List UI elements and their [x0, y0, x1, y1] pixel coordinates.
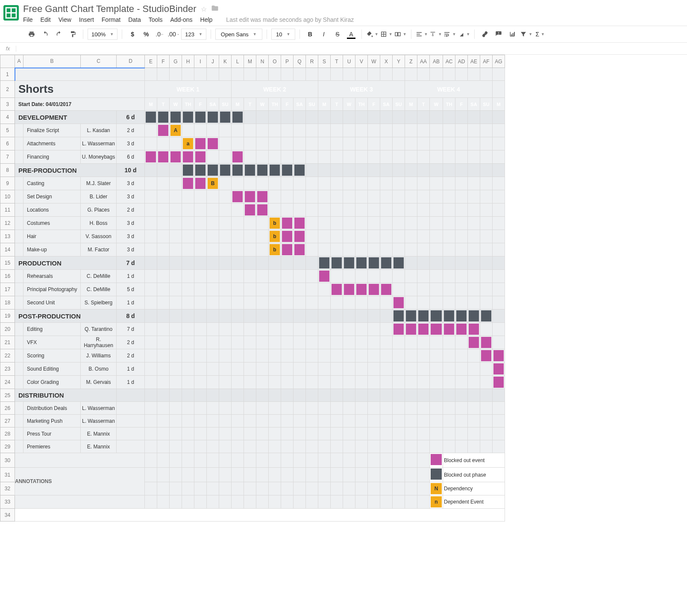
- dow-header[interactable]: M: [318, 98, 331, 111]
- gantt-cell[interactable]: [157, 203, 170, 217]
- gantt-cell[interactable]: [294, 270, 306, 283]
- gantt-cell[interactable]: b: [269, 230, 281, 243]
- gantt-cell[interactable]: [480, 309, 493, 323]
- gantt-cell[interactable]: [430, 349, 443, 363]
- col-header-X[interactable]: X: [380, 55, 393, 68]
- gantt-cell[interactable]: [306, 296, 318, 309]
- gantt-cell[interactable]: [318, 376, 331, 389]
- task-grade-days[interactable]: 1 d: [117, 376, 145, 389]
- gantt-cell[interactable]: [145, 177, 157, 190]
- gantt-cell[interactable]: [157, 230, 170, 243]
- gantt-cell[interactable]: [281, 190, 294, 203]
- gantt-cell[interactable]: [468, 203, 480, 217]
- gantt-cell[interactable]: [207, 256, 219, 270]
- gantt-cell[interactable]: [380, 243, 393, 256]
- gantt-cell[interactable]: [393, 402, 405, 415]
- gantt-cell[interactable]: [219, 230, 232, 243]
- gantt-cell[interactable]: [331, 150, 343, 164]
- gantt-cell[interactable]: [493, 256, 505, 270]
- gantt-cell[interactable]: [443, 243, 455, 256]
- gantt-cell[interactable]: [281, 309, 294, 323]
- gantt-cell[interactable]: [480, 270, 493, 283]
- dow-header[interactable]: SA: [468, 98, 480, 111]
- gantt-cell[interactable]: [207, 427, 219, 440]
- row-header-3[interactable]: 3: [0, 98, 15, 111]
- col-header-R[interactable]: R: [306, 55, 318, 68]
- gantt-cell[interactable]: [194, 137, 207, 150]
- gantt-cell[interactable]: [430, 402, 443, 415]
- dow-header[interactable]: M: [232, 98, 244, 111]
- gantt-cell[interactable]: [232, 230, 244, 243]
- gantt-cell[interactable]: [219, 111, 232, 124]
- gantt-cell[interactable]: [182, 177, 194, 190]
- task-prem-days[interactable]: [117, 440, 145, 453]
- dow-header[interactable]: F: [368, 98, 380, 111]
- gantt-cell[interactable]: [393, 256, 405, 270]
- gantt-cell[interactable]: [269, 389, 281, 402]
- gantt-cell[interactable]: [318, 427, 331, 440]
- col-header-G[interactable]: G: [170, 55, 182, 68]
- gantt-cell[interactable]: [269, 440, 281, 453]
- menu-tools[interactable]: Tools: [149, 16, 163, 23]
- gantt-cell[interactable]: A: [170, 124, 182, 137]
- gantt-cell[interactable]: [269, 177, 281, 190]
- gantt-cell[interactable]: [405, 376, 417, 389]
- gantt-cell[interactable]: [343, 124, 355, 137]
- gantt-cell[interactable]: [294, 177, 306, 190]
- gantt-cell[interactable]: [480, 190, 493, 203]
- gantt-cell[interactable]: [281, 296, 294, 309]
- gantt-cell[interactable]: [170, 256, 182, 270]
- gantt-cell[interactable]: [157, 124, 170, 137]
- gantt-cell[interactable]: [331, 177, 343, 190]
- gantt-cell[interactable]: [493, 336, 505, 349]
- gantt-cell[interactable]: [207, 296, 219, 309]
- gantt-cell[interactable]: [294, 164, 306, 177]
- col-header-J[interactable]: J: [207, 55, 219, 68]
- gantt-cell[interactable]: [493, 217, 505, 230]
- task-cost-owner[interactable]: H. Boss: [81, 217, 117, 230]
- gantt-cell[interactable]: [430, 137, 443, 150]
- select-all-corner[interactable]: [0, 55, 15, 68]
- gantt-cell[interactable]: [256, 363, 269, 376]
- gantt-cell[interactable]: [380, 440, 393, 453]
- gantt-cell[interactable]: [393, 363, 405, 376]
- gantt-cell[interactable]: [306, 177, 318, 190]
- gantt-cell[interactable]: [269, 402, 281, 415]
- task-grade-owner[interactable]: M. Gervais: [81, 376, 117, 389]
- row-header-26[interactable]: 26: [0, 402, 15, 415]
- gantt-cell[interactable]: [393, 296, 405, 309]
- star-icon[interactable]: ☆: [201, 5, 207, 13]
- gantt-cell[interactable]: [493, 376, 505, 389]
- gantt-cell[interactable]: [430, 190, 443, 203]
- gantt-cell[interactable]: [405, 256, 417, 270]
- gantt-cell[interactable]: [244, 256, 256, 270]
- gantt-cell[interactable]: [480, 203, 493, 217]
- col-header-B[interactable]: B: [23, 55, 81, 68]
- gantt-cell[interactable]: [355, 137, 368, 150]
- gantt-cell[interactable]: [480, 363, 493, 376]
- gantt-cell[interactable]: [281, 124, 294, 137]
- gantt-cell[interactable]: [380, 336, 393, 349]
- gantt-cell[interactable]: [194, 309, 207, 323]
- gantt-cell[interactable]: [219, 309, 232, 323]
- gantt-cell[interactable]: [331, 256, 343, 270]
- gantt-cell[interactable]: [281, 243, 294, 256]
- gantt-cell[interactable]: [343, 323, 355, 336]
- gantt-cell[interactable]: [355, 427, 368, 440]
- gantt-cell[interactable]: [443, 150, 455, 164]
- gantt-cell[interactable]: [157, 177, 170, 190]
- gantt-cell[interactable]: [417, 349, 430, 363]
- task-setd-owner[interactable]: B. Lider: [81, 190, 117, 203]
- gantt-cell[interactable]: [318, 203, 331, 217]
- dow-header[interactable]: TH: [182, 98, 194, 111]
- gantt-cell[interactable]: [281, 402, 294, 415]
- gantt-cell[interactable]: [455, 376, 468, 389]
- task-vfx-name[interactable]: VFX: [23, 336, 81, 349]
- gantt-cell[interactable]: [318, 230, 331, 243]
- gantt-cell[interactable]: [393, 415, 405, 427]
- gantt-cell[interactable]: [269, 363, 281, 376]
- gantt-cell[interactable]: [380, 296, 393, 309]
- task-deals-owner[interactable]: L. Wasserman: [81, 402, 117, 415]
- gantt-cell[interactable]: [318, 177, 331, 190]
- task-cost-days[interactable]: 3 d: [117, 217, 145, 230]
